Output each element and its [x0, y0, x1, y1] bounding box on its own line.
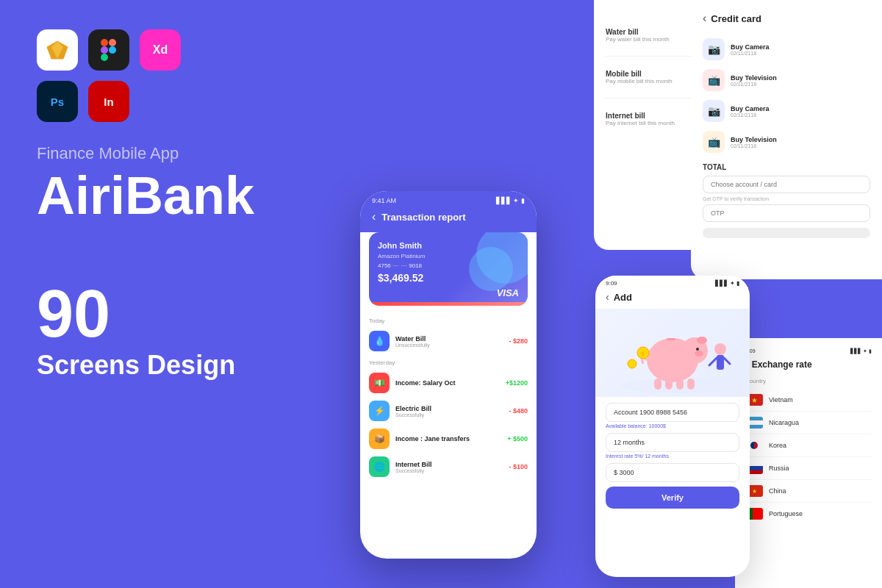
tx-info-salary: Income: Salary Oct — [395, 379, 500, 387]
phone-header-title: Transaction report — [381, 212, 465, 223]
credit-info-2: Buy Television 02/11/2118 — [731, 74, 870, 87]
credit-name-1: Buy Camera — [731, 43, 870, 51]
in-icon[interactable]: In — [88, 81, 129, 122]
add-phone: 9:09 ▋▋▋ ✦ ▮ ‹ Add — [595, 276, 750, 577]
otp-note: Get OTP to verify transaction — [703, 196, 870, 201]
xd-label: Xd — [153, 43, 168, 57]
tx-info-internet: Internet Bill Successfully — [395, 461, 503, 473]
tx-sub-water: Unsuccessfully — [395, 343, 503, 348]
add-phone-header: ‹ Add — [595, 288, 750, 309]
add-phone-signals: ▋▋▋ ✦ ▮ — [715, 280, 739, 287]
svg-line-23 — [709, 358, 717, 365]
add-form: Account 1900 8988 5456 Available balance… — [595, 397, 750, 514]
tx-amount-internet: - $100 — [509, 463, 528, 470]
exchange-panel: 9:09 ▋▋▋ ✦ ▮ ‹ Exchange rate Country ★ V… — [735, 338, 882, 588]
country-name-ru: Russia — [769, 465, 789, 472]
app-subtitle: Finance Mobile App — [37, 144, 345, 163]
credit-date-2: 02/11/2118 — [731, 82, 870, 87]
tx-item-internet: 🌐 Internet Bill Successfully - $100 — [369, 453, 528, 481]
country-name-cn: China — [769, 487, 786, 495]
credit-item-4[interactable]: 📺 Buy Television 02/11/2118 — [703, 126, 870, 157]
credit-name-2: Buy Television — [731, 74, 870, 82]
country-name-vn: Vietnam — [769, 396, 793, 404]
exchange-title: Exchange rate — [752, 359, 812, 370]
svg-rect-15 — [665, 379, 673, 390]
svg-rect-2 — [101, 39, 108, 46]
add-back-btn[interactable]: ‹ — [606, 291, 609, 303]
exchange-status-bar: 9:09 ▋▋▋ ✦ ▮ — [745, 348, 872, 354]
credit-panel-title: Credit card — [711, 13, 761, 24]
svg-point-10 — [697, 337, 707, 344]
credit-panel-header: ‹ Credit card — [703, 12, 870, 25]
account-field: Account 1900 8988 5456 — [606, 403, 739, 422]
tx-name-electric: Electric Bill — [395, 405, 503, 412]
credit-icon-2: 📺 — [703, 69, 725, 91]
otp-input[interactable] — [703, 204, 870, 222]
screens-label: Screens Design — [37, 350, 345, 381]
app-title: AiriBank — [37, 169, 345, 222]
add-phone-time: 9:09 — [606, 280, 617, 287]
svg-point-6 — [109, 46, 116, 54]
tx-name-salary: Income: Salary Oct — [395, 379, 500, 387]
svg-rect-22 — [717, 355, 724, 370]
credit-info-4: Buy Television 02/11/2118 — [731, 136, 870, 148]
tool-icons-row: Xd Ps In — [37, 29, 228, 122]
credit-date-1: 02/11/2118 — [731, 51, 870, 56]
credit-item-1[interactable]: 📷 Buy Camera 02/11/2118 — [703, 34, 870, 65]
country-item-cn[interactable]: ★ China — [745, 480, 872, 503]
country-item-vn[interactable]: ★ Vietnam — [745, 389, 872, 412]
xd-icon[interactable]: Xd — [140, 29, 181, 71]
yesterday-label: Yesterday — [369, 359, 528, 366]
tx-icon-internet: 🌐 — [369, 456, 390, 477]
ps-icon[interactable]: Ps — [37, 81, 78, 122]
phone-header: ‹ Transaction report — [360, 207, 537, 232]
tx-item-salary: 💵 Income: Salary Oct +$1200 — [369, 369, 528, 397]
tx-item-water: 💧 Water Bill Unsuccessfully - $280 — [369, 327, 528, 355]
transactions-list: Today 💧 Water Bill Unsuccessfully - $280… — [360, 313, 537, 481]
tx-amount-salary: +$1200 — [506, 379, 528, 387]
credit-icon-4: 📺 — [703, 131, 725, 153]
months-field: 12 months — [606, 433, 739, 452]
credit-back-btn[interactable]: ‹ — [703, 12, 706, 25]
credit-name-3: Buy Camera — [731, 105, 870, 112]
country-item-ni[interactable]: Nicaragua — [745, 412, 872, 434]
exchange-signals: ▋▋▋ ✦ ▮ — [850, 348, 872, 354]
credit-icon-1: 📷 — [703, 38, 725, 60]
sketch-icon[interactable] — [37, 29, 78, 71]
tx-icon-electric: ⚡ — [369, 401, 390, 421]
total-label: TOTAL — [703, 163, 870, 171]
credit-verify-btn[interactable] — [703, 228, 870, 238]
piggy-illustration: $ — [595, 309, 750, 397]
svg-text:$: $ — [641, 351, 645, 357]
svg-point-11 — [695, 351, 703, 356]
svg-rect-3 — [109, 39, 116, 46]
balance-label: Available balance: 10000$ — [606, 423, 739, 429]
svg-point-20 — [628, 359, 637, 368]
add-verify-btn[interactable]: Verify — [606, 487, 739, 509]
back-btn[interactable]: ‹ — [372, 210, 376, 223]
account-input[interactable] — [703, 176, 870, 193]
tx-icon-salary: 💵 — [369, 373, 390, 393]
figma-icon[interactable] — [88, 29, 129, 71]
tx-info-electric: Electric Bill Successfully — [395, 405, 503, 417]
svg-rect-14 — [654, 379, 662, 390]
credit-item-3[interactable]: 📷 Buy Camera 02/11/2118 — [703, 96, 870, 126]
card-red-line — [369, 302, 528, 306]
interest-label: Interest rate 5%/ 12 months — [606, 453, 739, 459]
credit-name-4: Buy Television — [731, 136, 870, 143]
credit-info-3: Buy Camera 02/11/2118 — [731, 105, 870, 118]
credit-card: John Smith Amazon Platinium 4756 ···· ··… — [369, 232, 528, 306]
tx-amount-jane: + $500 — [507, 435, 528, 442]
card-circle2 — [469, 247, 513, 291]
country-item-kr[interactable]: Korea — [745, 434, 872, 457]
svg-rect-13 — [667, 338, 675, 340]
phone-status-bar: 9:41 AM ▋▋▋ ✦ ▮ — [360, 191, 537, 207]
tx-item-jane: 📦 Income : Jane transfers + $500 — [369, 425, 528, 453]
country-item-pt[interactable]: Portuguese — [745, 503, 872, 525]
country-name-ni: Nicaragua — [769, 419, 799, 426]
country-item-ru[interactable]: Russia — [745, 457, 872, 480]
credit-item-2[interactable]: 📺 Buy Television 02/11/2118 — [703, 65, 870, 96]
screens-number: 90 — [37, 281, 345, 347]
svg-point-21 — [714, 343, 726, 355]
credit-icon-3: 📷 — [703, 100, 725, 122]
